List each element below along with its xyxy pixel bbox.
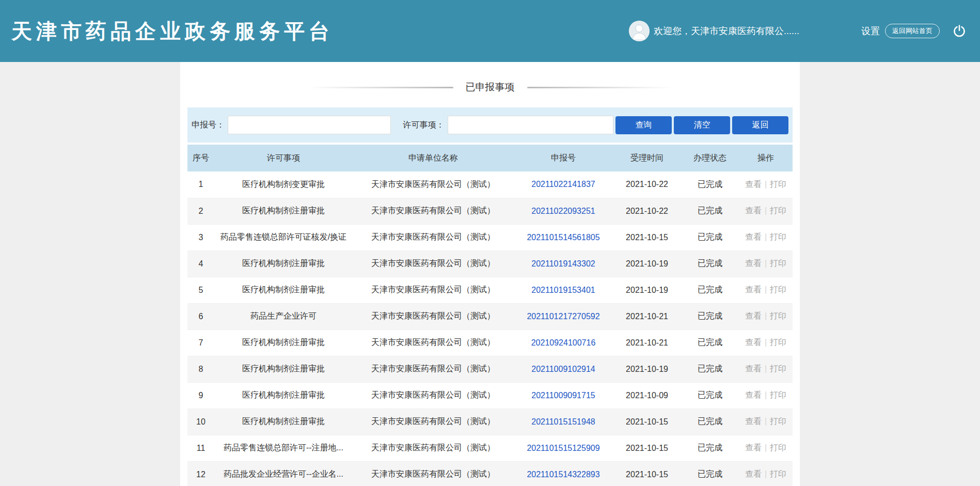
column-header-0: 序号: [187, 145, 214, 171]
row-seq: 7: [187, 330, 214, 356]
row-accept-date: 2021-10-19: [613, 277, 681, 303]
print-link[interactable]: 打印: [770, 338, 786, 347]
view-link[interactable]: 查看: [745, 469, 762, 478]
view-link[interactable]: 查看: [745, 443, 762, 452]
operation-separator: |: [765, 180, 767, 189]
table-row: 2医疗机构制剂注册审批天津市安康医药有限公司（测试）20211022093251…: [187, 198, 793, 224]
row-company: 天津市安康医药有限公司（测试）: [353, 277, 514, 303]
row-operations-cell: 查看|打印: [739, 171, 793, 198]
column-header-6: 操作: [739, 145, 793, 171]
row-license-item: 药品生产企业许可: [214, 303, 353, 330]
view-link[interactable]: 查看: [745, 232, 762, 241]
column-header-3: 申报号: [514, 145, 613, 171]
print-link[interactable]: 打印: [770, 206, 786, 215]
print-link[interactable]: 打印: [770, 390, 786, 399]
declaration-no-link[interactable]: 2021101514322893: [527, 470, 599, 479]
home-link[interactable]: 返回网站首页: [885, 24, 940, 38]
declaration-no-link[interactable]: 20211015151948: [531, 417, 595, 426]
row-operations-cell: 查看|打印: [739, 224, 793, 250]
print-link[interactable]: 打印: [770, 180, 786, 189]
print-link[interactable]: 打印: [770, 285, 786, 294]
row-license-item: 医疗机构制剂注册审批: [214, 382, 353, 409]
table-header-row: 序号许可事项申请单位名称申报号受理时间办理状态操作: [187, 145, 793, 171]
row-accept-date: 2021-10-15: [613, 224, 681, 250]
view-link[interactable]: 查看: [745, 390, 762, 399]
declaration-no-label: 申报号：: [192, 120, 225, 131]
clear-button[interactable]: 清空: [674, 116, 730, 134]
print-link[interactable]: 打印: [770, 443, 786, 452]
print-link[interactable]: 打印: [770, 469, 786, 478]
view-link[interactable]: 查看: [745, 311, 762, 320]
print-link[interactable]: 打印: [770, 364, 786, 373]
row-seq: 4: [187, 250, 214, 277]
print-link[interactable]: 打印: [770, 232, 786, 241]
declaration-no-link[interactable]: 20211019153401: [531, 286, 595, 294]
row-declaration-no-cell: 20211009091715: [514, 382, 613, 409]
declaration-no-link[interactable]: 20211009091715: [531, 391, 595, 400]
operation-separator: |: [765, 285, 767, 294]
row-seq: 11: [187, 435, 214, 461]
view-link[interactable]: 查看: [745, 259, 762, 268]
row-declaration-no-cell: 20211019143302: [514, 250, 613, 277]
row-declaration-no-cell: 20211019153401: [514, 277, 613, 303]
license-item-input[interactable]: [448, 116, 613, 134]
row-declaration-no-cell: 2021101515125909: [514, 435, 613, 461]
row-license-item: 药品批发企业经营许可--企业名...: [214, 461, 353, 486]
row-operations-cell: 查看|打印: [739, 409, 793, 435]
user-info[interactable]: 欢迎您，天津市安康医药有限公......: [629, 21, 799, 41]
row-company: 天津市安康医药有限公司（测试）: [353, 461, 514, 486]
declaration-no-input[interactable]: [228, 116, 391, 134]
view-link[interactable]: 查看: [745, 180, 762, 189]
declaration-no-link[interactable]: 2021101515125909: [527, 444, 599, 452]
row-declaration-no-cell: 20211015151948: [514, 409, 613, 435]
print-link[interactable]: 打印: [770, 259, 786, 268]
operation-separator: |: [765, 259, 767, 268]
row-status: 已完成: [681, 250, 739, 277]
row-declaration-no-cell: 20210924100716: [514, 330, 613, 356]
row-accept-date: 2021-10-22: [613, 171, 681, 198]
view-link[interactable]: 查看: [745, 206, 762, 215]
print-link[interactable]: 打印: [770, 311, 786, 320]
declaration-no-link[interactable]: 20211019143302: [531, 259, 595, 268]
table-row: 11药品零售连锁总部许可--注册地...天津市安康医药有限公司（测试）20211…: [187, 435, 793, 461]
row-operations-cell: 查看|打印: [739, 330, 793, 356]
declaration-no-link[interactable]: 20211009102914: [531, 365, 595, 373]
table-row: 8医疗机构制剂注册审批天津市安康医药有限公司（测试）20211009102914…: [187, 356, 793, 382]
page-title-section: 已申报事项: [187, 81, 793, 94]
row-company: 天津市安康医药有限公司（测试）: [353, 171, 514, 198]
row-status: 已完成: [681, 409, 739, 435]
declared-items-table: 序号许可事项申请单位名称申报号受理时间办理状态操作 1医疗机构制剂变更审批天津市…: [187, 145, 793, 486]
declaration-no-link[interactable]: 2021101217270592: [527, 312, 599, 321]
row-status: 已完成: [681, 461, 739, 486]
settings-link[interactable]: 设置: [861, 25, 880, 37]
row-operations-cell: 查看|打印: [739, 356, 793, 382]
title-divider-right: [527, 87, 672, 88]
view-link[interactable]: 查看: [745, 338, 762, 347]
logout-power-icon[interactable]: [952, 24, 967, 38]
view-link[interactable]: 查看: [745, 417, 762, 426]
column-header-4: 受理时间: [613, 145, 681, 171]
page-title: 已申报事项: [466, 81, 515, 94]
declaration-no-link[interactable]: 20211022093251: [531, 207, 595, 215]
table-row: 9医疗机构制剂注册审批天津市安康医药有限公司（测试）20211009091715…: [187, 382, 793, 409]
declaration-no-link[interactable]: 20211022141837: [531, 180, 595, 189]
row-accept-date: 2021-10-19: [613, 356, 681, 382]
print-link[interactable]: 打印: [770, 417, 786, 426]
row-declaration-no-cell: 2021101217270592: [514, 303, 613, 330]
view-link[interactable]: 查看: [745, 285, 762, 294]
operation-separator: |: [765, 206, 767, 215]
row-operations-cell: 查看|打印: [739, 198, 793, 224]
row-status: 已完成: [681, 382, 739, 409]
row-operations-cell: 查看|打印: [739, 461, 793, 486]
query-button[interactable]: 查询: [615, 116, 672, 134]
row-operations-cell: 查看|打印: [739, 250, 793, 277]
back-button[interactable]: 返回: [732, 116, 788, 134]
row-company: 天津市安康医药有限公司（测试）: [353, 198, 514, 224]
view-link[interactable]: 查看: [745, 364, 762, 373]
declaration-no-link[interactable]: 2021101514561805: [527, 233, 599, 242]
row-status: 已完成: [681, 303, 739, 330]
declaration-no-link[interactable]: 20210924100716: [531, 338, 596, 347]
operation-separator: |: [765, 443, 767, 452]
row-declaration-no-cell: 2021101514561805: [514, 224, 613, 250]
row-declaration-no-cell: 20211009102914: [514, 356, 613, 382]
